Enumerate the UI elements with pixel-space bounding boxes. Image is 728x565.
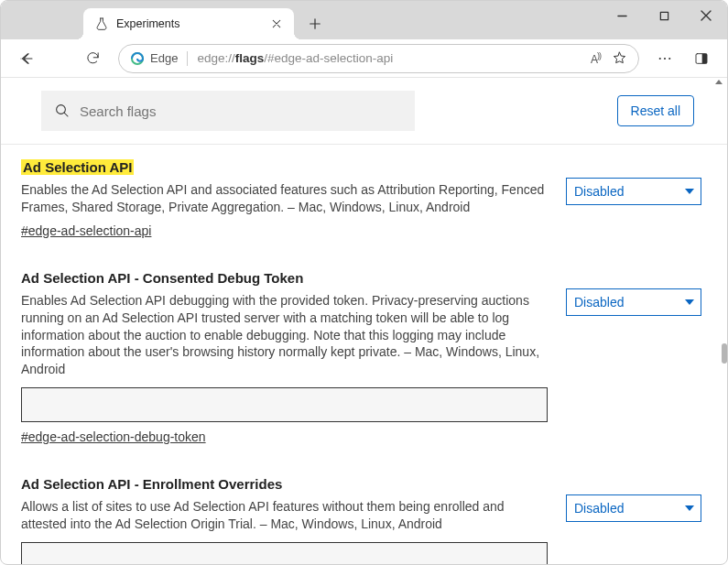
flag-state-select[interactable]: Disabled	[566, 494, 701, 522]
browser-toolbar: Edge edge://flags/#edge-ad-selection-api…	[1, 39, 727, 78]
svg-point-3	[664, 57, 666, 59]
flag-description: Enables the Ad Selection API and associa…	[21, 181, 548, 216]
vertical-scrollbar[interactable]	[712, 78, 725, 565]
flag-title: Ad Selection API - Consented Debug Token	[21, 270, 303, 286]
title-bar: Experiments	[1, 1, 727, 39]
flag-title: Ad Selection API	[21, 159, 134, 175]
svg-rect-6	[702, 53, 707, 63]
back-button[interactable]	[10, 44, 43, 73]
window-maximize-button[interactable]	[643, 1, 685, 30]
flask-icon	[94, 16, 109, 31]
scroll-up-icon	[715, 80, 723, 84]
sidebar-toggle-button[interactable]	[685, 44, 718, 73]
favorite-button[interactable]	[612, 50, 627, 66]
active-tab[interactable]: Experiments	[83, 8, 294, 39]
flag-anchor-link[interactable]: #edge-ad-selection-debug-token	[21, 429, 206, 444]
flag-state-select[interactable]: Disabled	[566, 178, 701, 205]
site-identity-label: Edge	[150, 51, 178, 65]
flag-title: Ad Selection API - Enrollment Overrides	[21, 476, 282, 492]
flag-text-input[interactable]	[21, 542, 548, 565]
window-close-button[interactable]	[685, 1, 727, 30]
flags-list: Ad Selection APIEnables the Ad Selection…	[1, 145, 727, 565]
site-identity-chip[interactable]: Edge	[130, 51, 188, 66]
flag-text-input[interactable]	[21, 387, 548, 422]
svg-point-2	[659, 57, 661, 59]
new-tab-button[interactable]	[301, 10, 329, 38]
svg-point-4	[668, 57, 670, 59]
flag-row: Ad Selection APIEnables the Ad Selection…	[21, 156, 701, 266]
edge-logo-icon	[130, 51, 145, 66]
flag-description: Enables Ad Selection API debugging with …	[21, 292, 548, 378]
reset-all-button[interactable]: Reset all	[617, 95, 694, 126]
flag-description: Allows a list of sites to use Ad Selecti…	[21, 498, 548, 533]
refresh-button[interactable]	[76, 44, 109, 73]
search-flags-input[interactable]	[80, 103, 402, 119]
url-text: edge://flags/#edge-ad-selection-api	[197, 51, 393, 65]
svg-rect-0	[660, 12, 668, 19]
flag-state-select[interactable]: Disabled	[566, 288, 701, 316]
outer-scroll-thumb[interactable]	[722, 343, 727, 364]
window-minimize-button[interactable]	[601, 1, 643, 30]
tab-title: Experiments	[116, 17, 268, 30]
flag-anchor-link[interactable]: #edge-ad-selection-api	[21, 223, 151, 238]
search-icon	[54, 103, 71, 119]
address-bar[interactable]: Edge edge://flags/#edge-ad-selection-api…	[118, 44, 639, 73]
tab-close-button[interactable]	[268, 18, 285, 29]
search-flags-box[interactable]	[41, 91, 415, 131]
more-button[interactable]	[648, 44, 681, 73]
flag-row: Ad Selection API - Consented Debug Token…	[21, 266, 701, 473]
read-aloud-button[interactable]: A))	[591, 51, 601, 66]
page-content: Reset all Ad Selection APIEnables the Ad…	[1, 78, 727, 565]
flag-row: Ad Selection API - Enrollment OverridesA…	[21, 473, 701, 565]
